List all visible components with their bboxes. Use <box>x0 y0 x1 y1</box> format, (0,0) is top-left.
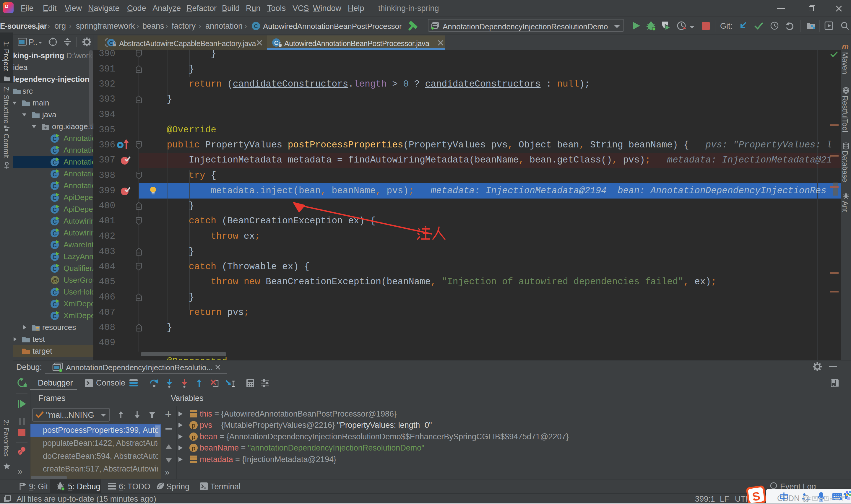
svg-text:p: p <box>192 422 195 429</box>
svg-text:C: C <box>254 23 258 29</box>
svg-text:p: p <box>192 445 195 451</box>
svg-text:@: @ <box>52 277 58 284</box>
svg-text:C: C <box>274 40 278 46</box>
svg-text:C: C <box>109 40 113 46</box>
svg-text:p: p <box>192 433 195 440</box>
